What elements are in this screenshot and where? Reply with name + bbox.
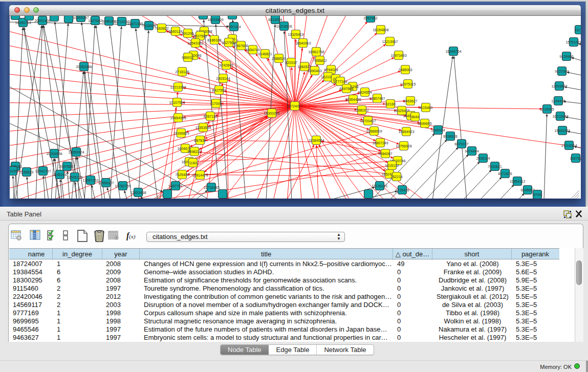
svg-text:1733426: 1733426 <box>395 188 409 192</box>
svg-text:19654923: 19654923 <box>398 130 414 134</box>
svg-text:9227342: 9227342 <box>555 70 569 73</box>
svg-text:8938928: 8938928 <box>443 135 457 138</box>
svg-text:2718126: 2718126 <box>175 70 189 74</box>
svg-text:1160: 1160 <box>189 161 197 165</box>
svg-text:9084067: 9084067 <box>378 152 392 156</box>
svg-text:6794028: 6794028 <box>324 68 338 72</box>
svg-text:9146821: 9146821 <box>258 52 272 56</box>
svg-text:2588520: 2588520 <box>272 57 286 60</box>
svg-text:8267110: 8267110 <box>204 115 217 118</box>
svg-text:9644: 9644 <box>411 115 419 119</box>
svg-text:8471676: 8471676 <box>498 172 512 176</box>
svg-text:15692971: 15692971 <box>554 129 570 133</box>
svg-text:16782759: 16782759 <box>115 184 130 188</box>
svg-text:10107554: 10107554 <box>169 101 185 104</box>
svg-text:20975867: 20975867 <box>59 165 75 168</box>
svg-text:9245652: 9245652 <box>520 188 534 192</box>
svg-text:7515526: 7515526 <box>142 24 156 28</box>
svg-text:10671355: 10671355 <box>127 22 143 26</box>
svg-text:10973493: 10973493 <box>390 54 406 57</box>
svg-text:10688609: 10688609 <box>366 129 382 133</box>
svg-text:7663822: 7663822 <box>155 27 168 30</box>
svg-text:7386372: 7386372 <box>355 108 368 112</box>
svg-text:17957253: 17957253 <box>82 179 98 182</box>
svg-text:18640910: 18640910 <box>295 41 311 45</box>
svg-text:9827500: 9827500 <box>193 34 207 38</box>
svg-text:15720407: 15720407 <box>360 119 376 123</box>
svg-text:2803144: 2803144 <box>216 77 230 80</box>
svg-text:12213369: 12213369 <box>170 85 186 89</box>
svg-text:20691406: 20691406 <box>34 19 50 23</box>
svg-text:16543362: 16543362 <box>187 41 203 45</box>
svg-text:18300295: 18300295 <box>264 112 279 115</box>
svg-text:1362615: 1362615 <box>297 65 311 69</box>
svg-text:7857224: 7857224 <box>227 25 241 29</box>
svg-text:6990443: 6990443 <box>308 69 321 73</box>
svg-text:12213967: 12213967 <box>382 40 398 43</box>
svg-text:116753: 116753 <box>570 157 581 160</box>
svg-text:1615132: 1615132 <box>385 164 399 167</box>
svg-text:8660124: 8660124 <box>168 30 182 33</box>
svg-text:62160: 62160 <box>385 102 396 106</box>
svg-text:17359924: 17359924 <box>68 150 84 154</box>
svg-text:6497568: 6497568 <box>339 87 353 91</box>
svg-text:16648764: 16648764 <box>445 50 461 53</box>
svg-text:8186328: 8186328 <box>207 38 221 42</box>
svg-text:18807249: 18807249 <box>372 141 388 145</box>
svg-text:1640954: 1640954 <box>431 128 445 132</box>
svg-text:13325419: 13325419 <box>288 33 303 36</box>
svg-text:11173: 11173 <box>575 28 581 32</box>
svg-text:9474444: 9474444 <box>465 149 478 153</box>
svg-text:7632621: 7632621 <box>488 165 502 168</box>
svg-text:2367608: 2367608 <box>234 44 248 48</box>
svg-text:12942757: 12942757 <box>35 169 51 173</box>
svg-text:19756928: 19756928 <box>396 144 411 148</box>
svg-text:10958107: 10958107 <box>98 181 114 185</box>
svg-text:252214: 252214 <box>390 175 402 179</box>
svg-text:7955812: 7955812 <box>313 59 326 62</box>
svg-text:1244415: 1244415 <box>551 99 565 103</box>
svg-text:989012: 989012 <box>182 56 193 59</box>
svg-text:12093872: 12093872 <box>551 84 567 88</box>
svg-text:19384554: 19384554 <box>308 139 324 142</box>
svg-text:20206556: 20206556 <box>46 152 62 156</box>
svg-text:10914479: 10914479 <box>192 173 208 177</box>
svg-text:2935114: 2935114 <box>476 157 490 160</box>
svg-text:9799: 9799 <box>533 193 541 196</box>
svg-text:7485003: 7485003 <box>398 68 412 72</box>
svg-text:3824554: 3824554 <box>358 91 372 94</box>
svg-text:9777169: 9777169 <box>333 80 347 83</box>
svg-text:16154808: 16154808 <box>373 28 388 32</box>
svg-text:19166829: 19166829 <box>173 132 189 135</box>
svg-text:9242845: 9242845 <box>219 63 233 67</box>
svg-text:15751074: 15751074 <box>565 40 581 44</box>
svg-text:9129966: 9129966 <box>559 55 573 58</box>
svg-text:9699695: 9699695 <box>418 122 431 125</box>
svg-text:8454749: 8454749 <box>246 48 259 52</box>
svg-text:8813054: 8813054 <box>268 18 282 21</box>
svg-text:10807487: 10807487 <box>369 97 385 100</box>
svg-text:1156819: 1156819 <box>20 170 34 174</box>
svg-text:39159: 39159 <box>10 169 18 173</box>
svg-text:18724007: 18724007 <box>287 104 302 108</box>
svg-text:20364436: 20364436 <box>345 98 361 101</box>
svg-text:5498222: 5498222 <box>187 150 201 154</box>
svg-text:12505135: 12505135 <box>67 176 82 179</box>
svg-text:9463627: 9463627 <box>403 99 417 103</box>
svg-text:11353594: 11353594 <box>195 126 211 129</box>
svg-text:10655287: 10655287 <box>73 16 89 19</box>
svg-text:887834: 887834 <box>194 139 206 142</box>
svg-text:12975115: 12975115 <box>400 82 416 86</box>
svg-text:12923468: 12923468 <box>130 191 146 194</box>
svg-text:8427552: 8427552 <box>212 89 226 92</box>
svg-text:822037: 822037 <box>285 61 297 64</box>
svg-text:17016514: 17016514 <box>561 144 577 147</box>
svg-text:15136141: 15136141 <box>372 184 387 188</box>
svg-text:16961758: 16961758 <box>308 50 324 54</box>
svg-text:16033809: 16033809 <box>207 18 223 21</box>
svg-text:9457791: 9457791 <box>168 184 182 188</box>
svg-text:14055714: 14055714 <box>15 21 31 25</box>
svg-text:1145194: 1145194 <box>53 173 67 177</box>
svg-text:891295: 891295 <box>182 32 193 35</box>
svg-text:10654112: 10654112 <box>510 180 526 183</box>
